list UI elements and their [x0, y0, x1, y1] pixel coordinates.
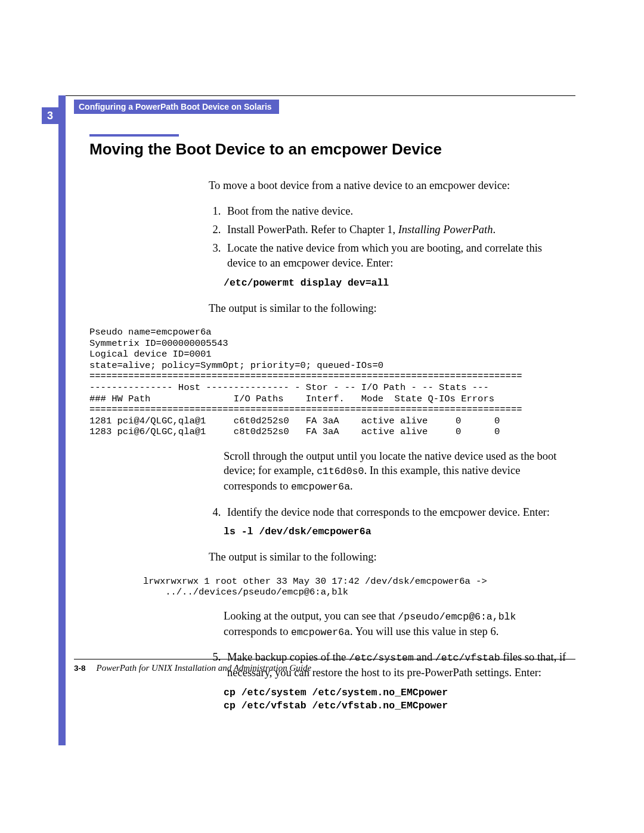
footer-row: 3-8 PowerPath for UNIX Installation and …: [74, 663, 575, 673]
step-1: Boot from the native device.: [224, 204, 566, 219]
step-4f-path: /pseudo/emcp@6:a,blk: [398, 611, 516, 623]
section-heading: Moving the Boot Device to an emcpower De…: [89, 140, 442, 159]
step-4-followup: Looking at the output, you can see that …: [224, 609, 566, 639]
step-4f-e: . You will use this value in step 6.: [350, 625, 499, 637]
step-4f-emcpower: emcpower6a: [291, 627, 350, 638]
running-header-title: Configuring a PowerPath Boot Device on S…: [74, 100, 279, 114]
content-body: To move a boot device from a native devi…: [89, 167, 566, 719]
step-2-text-a: Install PowerPath. Refer to Chapter 1,: [227, 224, 398, 236]
step-4f-c: corresponds to: [224, 625, 291, 637]
step-2: Install PowerPath. Refer to Chapter 1, I…: [224, 222, 566, 237]
command-cp-system: cp /etc/system /etc/system.no_EMCpower: [224, 686, 566, 699]
step-3f-device-example: c1t6d0s0: [317, 466, 364, 477]
output-block-2: lrwxrwxrwx 1 root other 33 May 30 17:42 …: [143, 576, 566, 598]
header-rule: [66, 95, 575, 96]
intro-paragraph: To move a boot device from a native devi…: [209, 178, 566, 193]
output-block-1: Pseudo name=emcpower6a Symmetrix ID=0000…: [89, 327, 566, 438]
step-3: Locate the native device from which you …: [224, 241, 566, 271]
page-number: 3-8: [74, 664, 86, 673]
footer-rule: [74, 659, 575, 659]
procedure-list-cont: Identify the device node that correspond…: [224, 505, 566, 520]
command-ls: ls -l /dev/dsk/emcpower6a: [224, 525, 566, 538]
procedure-list: Boot from the native device. Install Pow…: [224, 204, 566, 271]
doc-title-footer: PowerPath for UNIX Installation and Admi…: [97, 663, 312, 673]
output-intro-2: The output is similar to the following:: [209, 550, 566, 565]
step-2-text-c: .: [493, 224, 496, 236]
step-4f-a: Looking at the output, you can see that: [224, 610, 398, 622]
step-3f-emcpower: emcpower6a: [291, 481, 350, 493]
command-powermt: /etc/powermt display dev=all: [224, 277, 566, 290]
page: 3 Configuring a PowerPath Boot Device on…: [0, 0, 644, 833]
step-2-reference: Installing PowerPath: [398, 224, 493, 236]
chapter-number-tab: 3: [42, 107, 58, 124]
step-3-followup: Scroll through the output until you loca…: [224, 449, 566, 494]
chapter-side-bar: [58, 95, 66, 745]
page-footer: 3-8 PowerPath for UNIX Installation and …: [74, 659, 575, 673]
step-4: Identify the device node that correspond…: [224, 505, 566, 520]
command-cp-vfstab: cp /etc/vfstab /etc/vfstab.no_EMCpower: [224, 699, 566, 713]
step-3f-e: .: [350, 480, 353, 492]
section-accent-rule: [89, 134, 179, 137]
output-intro-1: The output is similar to the following:: [209, 301, 566, 316]
